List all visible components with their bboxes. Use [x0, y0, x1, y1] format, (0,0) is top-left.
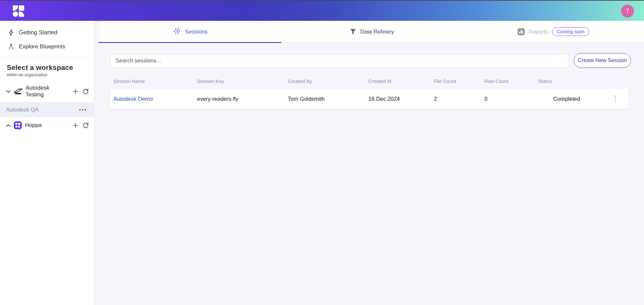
sidebar-item-explore-blueprints[interactable]: Explore Blueprints: [0, 40, 94, 54]
column-header-row-count: Row Count: [481, 79, 535, 84]
sessions-table: Session Name Session Key Created By Crea…: [110, 77, 629, 109]
column-header-created-at: Created At: [365, 79, 431, 84]
sidebar: Getting Started Explore Blueprints Selec…: [0, 21, 94, 305]
created-by-cell: Tom Goldsmith: [284, 96, 365, 102]
user-avatar[interactable]: T: [621, 5, 634, 17]
create-new-session-button[interactable]: Create New Session: [574, 53, 631, 68]
sidebar-item-label: Explore Blueprints: [19, 43, 65, 50]
workspace-section-subtitle: within an organization: [0, 72, 94, 81]
lightning-icon: [8, 29, 14, 36]
tab-bar: Sessions Data Refinery Reports Coming so…: [100, 21, 644, 43]
refresh-icon: [83, 88, 89, 94]
workspace-name: Hoppa: [25, 122, 69, 129]
dots-cluster-icon: [173, 28, 181, 35]
session-name-link[interactable]: Autodesk Demo: [110, 96, 194, 102]
tab-sessions[interactable]: Sessions: [100, 21, 281, 42]
tab-label: Data Refinery: [360, 29, 394, 35]
workspace-item-hoppa[interactable]: Hoppa: [0, 117, 94, 133]
workspace-menu-button[interactable]: [78, 108, 87, 112]
app-logo-icon[interactable]: [13, 5, 24, 17]
table-row[interactable]: Autodesk Demo every-readers-fly Tom Gold…: [110, 89, 629, 109]
file-count-cell: 2: [431, 96, 481, 102]
table-header-row: Session Name Session Key Created By Crea…: [110, 77, 629, 89]
chevron-up-icon[interactable]: [6, 124, 11, 127]
hoppa-logo-icon: [14, 121, 22, 129]
session-key-cell: every-readers-fly: [194, 96, 284, 102]
workspace-name: Autodesk QA: [6, 106, 78, 113]
row-count-cell: 0: [481, 96, 535, 102]
add-workspace-button[interactable]: [72, 122, 79, 129]
column-header-session-name: Session Name: [110, 79, 194, 84]
sidebar-item-getting-started[interactable]: Getting Started: [0, 26, 94, 40]
active-tab-underline: [98, 42, 281, 43]
chevron-down-icon[interactable]: [6, 90, 11, 93]
sidebar-divider: [0, 58, 94, 58]
column-header-session-key: Session Key: [194, 79, 284, 84]
tab-label: Reports: [529, 29, 548, 35]
autodesk-logo-icon: [14, 89, 23, 94]
toolbar: Create New Session: [110, 53, 631, 68]
tab-label: Sessions: [185, 29, 207, 35]
created-at-cell: 16 Dec 2024: [365, 96, 431, 102]
status-cell: Completed: [535, 96, 599, 102]
coming-soon-badge: Coming soon: [552, 27, 589, 36]
add-workspace-button[interactable]: [72, 88, 79, 95]
tab-reports[interactable]: Reports Coming soon: [462, 21, 644, 42]
refresh-workspace-button[interactable]: [82, 88, 89, 95]
workspace-name: Autodesk Testing: [26, 85, 69, 98]
search-input[interactable]: [110, 54, 569, 68]
column-header-file-count: File Count: [431, 79, 481, 84]
funnel-icon: [350, 29, 356, 35]
sidebar-item-label: Getting Started: [19, 29, 57, 36]
workspace-section-title: Select a workspace: [0, 63, 94, 72]
refresh-workspace-button[interactable]: [82, 122, 89, 129]
plus-icon: [73, 89, 78, 94]
row-menu-button[interactable]: [613, 94, 617, 103]
bar-chart-icon: [518, 28, 525, 35]
refresh-icon: [83, 122, 89, 128]
column-header-created-by: Created By: [284, 79, 365, 84]
main-content: Sessions Data Refinery Reports Coming so…: [94, 21, 644, 305]
workspace-item-autodesk-testing[interactable]: Autodesk Testing: [0, 81, 94, 102]
top-header: T: [0, 0, 644, 21]
plus-icon: [73, 123, 78, 128]
workspace-item-autodesk-qa[interactable]: Autodesk QA: [0, 102, 94, 117]
tab-data-refinery[interactable]: Data Refinery: [281, 21, 463, 42]
compass-icon: [8, 43, 14, 50]
column-header-status: Status: [535, 79, 599, 84]
